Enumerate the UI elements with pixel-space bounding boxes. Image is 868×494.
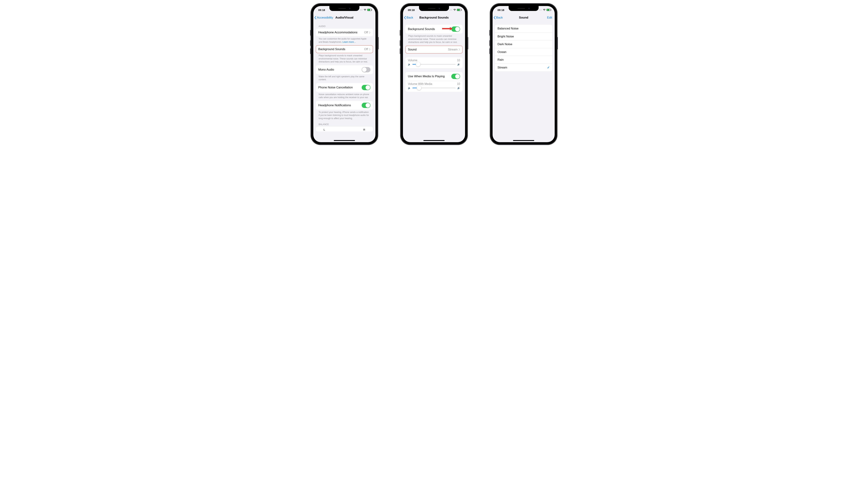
- cellular-dots-icon: ••••: [360, 9, 363, 11]
- back-label: Back: [406, 16, 413, 19]
- page-title: Background Sounds: [419, 16, 449, 19]
- balance-left-label: L: [324, 128, 325, 131]
- toggle-mono-audio[interactable]: [362, 67, 370, 72]
- home-indicator[interactable]: [423, 140, 445, 141]
- status-time: 09:18: [498, 8, 504, 12]
- checkmark-icon: ✓: [547, 65, 550, 70]
- row-background-sounds-toggle[interactable]: Background Sounds: [405, 25, 463, 34]
- row-noise-cancellation[interactable]: Phone Noise Cancellation: [316, 83, 373, 92]
- sound-option[interactable]: Stream✓: [495, 63, 552, 71]
- volume-low-icon: 🔈: [408, 87, 411, 89]
- toggle-media-playing[interactable]: [451, 74, 460, 79]
- notch: [509, 6, 539, 11]
- status-time: 09:18: [318, 8, 325, 12]
- volume-high-icon: 🔊: [457, 63, 460, 65]
- row-value: Off: [364, 48, 368, 51]
- battery-icon: ⚡︎: [457, 9, 461, 11]
- footer-background-sounds: Plays background sounds to mask unwanted…: [316, 53, 373, 65]
- row-sound[interactable]: Sound Stream: [405, 46, 463, 54]
- row-volume-with-media[interactable]: Volume With Media 10 🔈 🔊: [405, 81, 463, 92]
- row-use-when-media-playing[interactable]: Use When Media Is Playing: [405, 72, 463, 81]
- status-time: 09:18: [408, 8, 414, 12]
- row-headphone-accommodations[interactable]: Headphone Accommodations Off: [316, 28, 373, 36]
- row-value: Off: [364, 31, 368, 34]
- media-volume-slider[interactable]: [412, 88, 456, 88]
- battery-icon: ⚡︎: [367, 9, 371, 11]
- nav-bar: Back Sound Edit: [493, 14, 555, 21]
- volume-slider[interactable]: [412, 64, 456, 64]
- row-label: Use When Media Is Playing: [408, 75, 451, 78]
- phone-background-sounds: 09:18 •••• ⚡︎ Back Background Sounds: [401, 3, 467, 145]
- home-indicator[interactable]: [334, 140, 355, 141]
- notch: [329, 6, 359, 11]
- footer-background-sounds: Plays background sounds to mask unwanted…: [405, 34, 463, 46]
- row-mono-audio[interactable]: Mono Audio: [316, 65, 373, 74]
- footer-headphone-accom: You can customise the audio for supporte…: [316, 36, 373, 45]
- sound-options-list: Balanced NoiseBright NoiseDark NoiseOcea…: [495, 25, 552, 71]
- balance-right-label: R: [363, 128, 365, 131]
- footer-headphone-notifications: To protect your hearing, iPhone sends a …: [316, 110, 373, 122]
- row-value: Stream: [448, 48, 458, 51]
- wifi-icon: [364, 9, 366, 11]
- back-button[interactable]: Back: [494, 14, 503, 21]
- slider-value: 10: [457, 82, 460, 86]
- sound-option[interactable]: Ocean: [495, 48, 552, 56]
- sound-option[interactable]: Bright Noise: [495, 33, 552, 40]
- page-title: Audio/Visual: [335, 16, 353, 19]
- nav-bar: Back Background Sounds: [403, 14, 465, 21]
- footer-mono-audio: Make the left and right speakers play th…: [316, 74, 373, 83]
- chevron-left-icon: [404, 16, 406, 19]
- back-label: Back: [496, 16, 503, 19]
- chevron-left-icon: [494, 16, 496, 19]
- phone-sound-picker: 09:18 •••• ⚡︎ Back Sound Edit: [490, 3, 557, 145]
- row-label: Background Sounds: [408, 27, 451, 31]
- row-headphone-notifications[interactable]: Headphone Notifications: [316, 101, 373, 110]
- option-label: Stream: [498, 66, 547, 69]
- sound-option[interactable]: Rain: [495, 56, 552, 63]
- volume-low-icon: 🔈: [408, 63, 411, 65]
- row-background-sounds[interactable]: Background Sounds Off: [316, 45, 373, 53]
- cellular-dots-icon: ••••: [539, 9, 542, 11]
- toggle-headphone-notifications[interactable]: [362, 103, 370, 108]
- row-label: Headphone Accommodations: [318, 31, 364, 34]
- option-label: Dark Noise: [498, 42, 550, 46]
- option-label: Rain: [498, 58, 550, 61]
- chevron-right-icon: [369, 32, 370, 34]
- row-label: Phone Noise Cancellation: [318, 86, 362, 89]
- page-title: Sound: [519, 16, 528, 19]
- chevron-right-icon: [369, 48, 370, 51]
- toggle-noise-cancellation[interactable]: [362, 85, 370, 90]
- cellular-dots-icon: ••••: [449, 9, 452, 11]
- back-button[interactable]: Back: [404, 14, 413, 21]
- chevron-right-icon: [459, 48, 460, 51]
- option-label: Ocean: [498, 50, 550, 54]
- sound-option[interactable]: Balanced Noise: [495, 25, 552, 33]
- battery-icon: ⚡︎: [546, 9, 551, 11]
- row-label: Sound: [408, 48, 448, 51]
- back-label: Accessibility: [317, 16, 333, 19]
- option-label: Balanced Noise: [498, 27, 550, 30]
- row-volume[interactable]: Volume 10 🔈 🔊: [405, 57, 463, 68]
- learn-more-link[interactable]: Learn more…: [343, 41, 356, 43]
- sound-option[interactable]: Dark Noise: [495, 40, 552, 48]
- toggle-background-sounds[interactable]: [451, 26, 460, 32]
- footer-noise-cancellation: Noise cancellation reduces ambient noise…: [316, 92, 373, 101]
- wifi-icon: [453, 9, 456, 11]
- section-header-audio: AUDIO: [316, 21, 373, 28]
- chevron-left-icon: [314, 16, 316, 19]
- wifi-icon: [543, 9, 546, 11]
- volume-high-icon: 🔊: [457, 87, 460, 89]
- section-header-balance: BALANCE: [316, 122, 373, 127]
- edit-button[interactable]: Edit: [547, 14, 552, 21]
- nav-bar: Accessibility Audio/Visual: [313, 14, 375, 21]
- row-label: Background Sounds: [318, 48, 364, 51]
- row-label: Mono Audio: [318, 68, 362, 72]
- notch: [419, 6, 449, 11]
- slider-label: Volume: [408, 59, 417, 62]
- home-indicator[interactable]: [513, 140, 534, 141]
- back-button[interactable]: Accessibility: [314, 14, 333, 21]
- slider-value: 10: [457, 59, 460, 62]
- row-label: Headphone Notifications: [318, 103, 362, 107]
- balance-labels: L R: [316, 128, 373, 131]
- slider-label: Volume With Media: [408, 82, 432, 86]
